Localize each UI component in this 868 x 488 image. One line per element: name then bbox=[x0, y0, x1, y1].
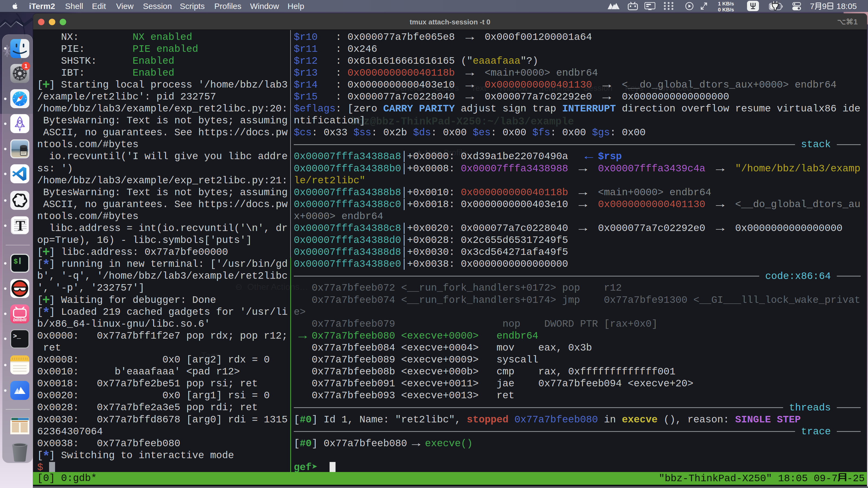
svg-text:T: T bbox=[16, 218, 25, 233]
svg-text:>_: >_ bbox=[13, 333, 21, 340]
svg-text:bilibili: bilibili bbox=[13, 317, 27, 322]
svg-text:$: $ bbox=[13, 258, 18, 266]
